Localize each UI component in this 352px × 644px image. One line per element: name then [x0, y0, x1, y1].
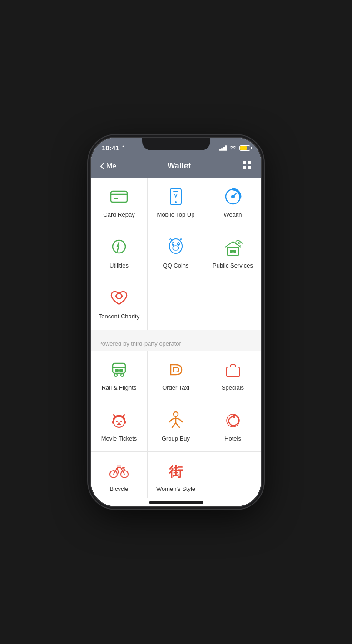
svg-point-46: [174, 412, 178, 416]
card-repay-item[interactable]: Card Repay: [91, 178, 148, 228]
svg-text:街: 街: [169, 464, 183, 479]
svg-line-44: [117, 424, 118, 425]
rail-flights-label: Rail & Flights: [102, 384, 137, 392]
svg-rect-0: [243, 161, 246, 164]
svg-rect-3: [248, 166, 251, 169]
third-party-divider: Powered by third-party operator: [91, 335, 261, 351]
home-indicator: [91, 498, 261, 506]
womens-style-label: Women's Style: [156, 485, 195, 493]
svg-rect-39: [112, 421, 114, 424]
card-repay-icon: [109, 187, 129, 207]
third-party-grid: Rail & Flights Order Taxi: [91, 351, 261, 498]
bicycle-icon: [109, 461, 129, 481]
svg-rect-40: [124, 421, 126, 424]
status-time: 10:41: [102, 144, 125, 152]
public-services-item[interactable]: Public Services: [204, 228, 261, 279]
bicycle-label: Bicycle: [109, 485, 128, 493]
svg-point-19: [173, 243, 174, 244]
tencent-charity-icon: [109, 288, 129, 308]
svg-rect-4: [111, 191, 127, 202]
content-area: Card Repay ¥ Mobile Top Up: [91, 178, 261, 498]
svg-point-41: [116, 421, 118, 422]
tencent-grid: Card Repay ¥ Mobile Top Up: [91, 178, 261, 330]
specials-icon: [223, 360, 243, 380]
time-label: 10:41: [102, 144, 119, 152]
battery-fill: [240, 146, 247, 150]
group-buy-item[interactable]: Group Buy: [148, 401, 204, 452]
mobile-top-up-item[interactable]: ¥ Mobile Top Up: [148, 178, 204, 228]
bicycle-item[interactable]: Bicycle: [91, 452, 148, 498]
card-repay-label: Card Repay: [103, 211, 134, 219]
hotels-item[interactable]: Hotels: [204, 401, 261, 452]
hotels-icon: [223, 411, 243, 431]
grid-icon: [242, 160, 252, 170]
svg-line-51: [123, 467, 124, 468]
battery-icon: [239, 145, 250, 151]
svg-line-45: [120, 424, 121, 425]
tencent-services-section: Card Repay ¥ Mobile Top Up: [91, 178, 261, 330]
wifi-icon: [229, 144, 237, 152]
phone-frame: 10:41: [91, 138, 261, 506]
svg-rect-36: [119, 369, 123, 372]
svg-rect-37: [227, 367, 239, 377]
order-taxi-item[interactable]: Order Taxi: [148, 351, 204, 401]
back-button[interactable]: Me: [100, 162, 116, 170]
wealth-item[interactable]: Wealth: [204, 178, 261, 228]
svg-line-53: [123, 469, 125, 469]
hotels-label: Hotels: [224, 435, 241, 443]
home-bar: [149, 501, 203, 504]
signal-bar-4: [225, 145, 227, 151]
group-buy-label: Group Buy: [162, 435, 190, 443]
back-chevron-icon: [100, 163, 104, 170]
rail-flights-item[interactable]: Rail & Flights: [91, 351, 148, 401]
svg-rect-8: [173, 191, 178, 192]
order-taxi-icon: [166, 360, 186, 380]
qq-coins-item[interactable]: QQ Coins: [148, 228, 204, 279]
signal-bar-3: [223, 147, 225, 151]
utilities-item[interactable]: Utilities: [91, 228, 148, 279]
signal-bars: [219, 145, 227, 151]
svg-rect-23: [233, 250, 236, 253]
wealth-label: Wealth: [223, 211, 242, 219]
svg-rect-21: [227, 247, 239, 255]
nav-bar: Me Wallet: [91, 155, 261, 178]
svg-point-18: [173, 246, 179, 250]
notch: [142, 138, 210, 150]
qq-coins-label: QQ Coins: [163, 262, 188, 270]
rail-flights-icon: [109, 360, 129, 380]
page-title: Wallet: [167, 161, 191, 171]
svg-point-42: [120, 421, 122, 422]
mobile-top-up-icon: ¥: [166, 187, 186, 207]
svg-rect-1: [248, 161, 251, 164]
public-services-icon: [223, 238, 243, 258]
divider-label: Powered by third-party operator: [98, 340, 181, 347]
location-icon: [121, 145, 125, 151]
order-taxi-label: Order Taxi: [162, 384, 189, 392]
svg-rect-2: [243, 166, 246, 169]
grid-toggle-button[interactable]: [242, 160, 252, 172]
tencent-charity-label: Tencent Charity: [99, 313, 139, 321]
utilities-icon: [109, 238, 129, 258]
movie-tickets-item[interactable]: Movie Tickets: [91, 401, 148, 452]
svg-point-15: [169, 239, 182, 253]
svg-point-48: [233, 416, 235, 418]
womens-style-icon: 街: [166, 461, 186, 481]
utilities-label: Utilities: [109, 262, 129, 270]
public-services-label: Public Services: [213, 262, 253, 270]
third-party-section: Rail & Flights Order Taxi: [91, 351, 261, 498]
svg-line-13: [233, 193, 237, 197]
phone-inner: 10:41: [91, 138, 261, 506]
specials-item[interactable]: Specials: [204, 351, 261, 401]
qq-coins-icon: [166, 238, 186, 258]
tencent-charity-item[interactable]: Tencent Charity: [91, 279, 148, 330]
signal-bar-2: [221, 148, 223, 151]
group-buy-icon: [166, 411, 186, 431]
signal-bar-1: [219, 149, 221, 151]
movie-tickets-icon: [109, 411, 129, 431]
svg-rect-35: [115, 369, 119, 372]
svg-point-10: [175, 201, 177, 203]
womens-style-item[interactable]: 街 Women's Style: [148, 452, 204, 498]
svg-point-43: [118, 423, 120, 425]
status-bar: 10:41: [91, 138, 261, 155]
svg-point-20: [178, 243, 179, 244]
